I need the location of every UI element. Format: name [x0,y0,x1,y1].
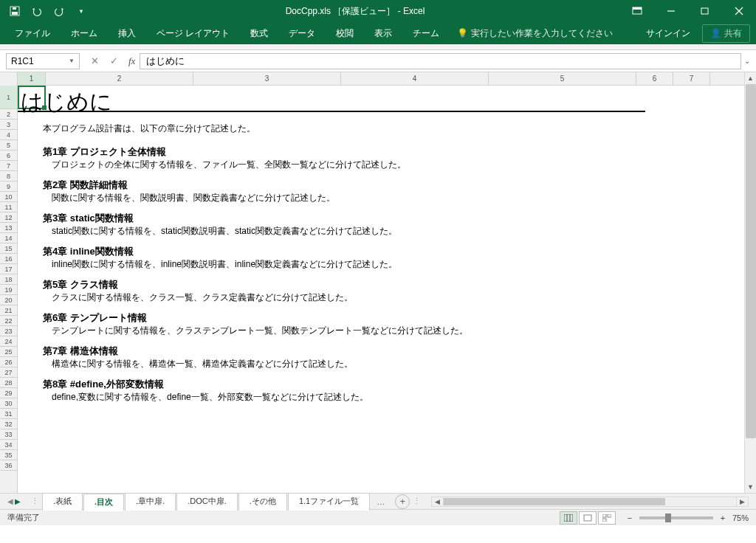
row-header[interactable]: 8 [0,171,17,181]
row-header[interactable]: 1 [0,86,17,109]
row-header[interactable]: 34 [0,440,17,450]
row-header[interactable]: 15 [0,243,17,254]
row-header[interactable]: 13 [0,223,17,233]
ribbon-display-icon[interactable] [620,0,654,22]
tab-team[interactable]: チーム [404,24,448,44]
row-header[interactable]: 21 [0,305,17,316]
row-header[interactable]: 18 [0,274,17,285]
column-header[interactable]: 4 [341,72,489,85]
row-header[interactable]: 7 [0,161,17,171]
column-header[interactable]: 7 [673,72,710,85]
signin-link[interactable]: サインイン [637,24,699,44]
tell-me-search[interactable]: 💡 実行したい作業を入力してください [451,27,619,40]
row-header[interactable]: 30 [0,398,17,409]
row-header[interactable]: 4 [0,130,17,140]
tab-pagelayout[interactable]: ページ レイアウト [148,24,238,44]
row-header[interactable]: 26 [0,357,17,367]
zoom-slider-knob[interactable] [665,513,671,522]
chapter-heading: 第1章 プロジェクト全体情報 [43,145,468,159]
formula-input[interactable]: はじめに [140,53,741,69]
row-header[interactable]: 16 [0,254,17,264]
scroll-right-icon[interactable]: ▶ [736,497,748,506]
row-header[interactable]: 24 [0,336,17,347]
row-header[interactable]: 9 [0,181,17,192]
vertical-scrollbar[interactable]: ▲ ▼ [744,72,756,493]
scroll-down-icon[interactable]: ▼ [745,481,756,493]
row-header[interactable]: 23 [0,326,17,336]
zoom-in-button[interactable]: + [718,513,728,522]
tab-data[interactable]: データ [280,24,324,44]
row-header[interactable]: 35 [0,450,17,460]
normal-view-button[interactable] [560,511,577,525]
scrollbar-thumb[interactable] [444,498,665,505]
sheet-tab[interactable]: .その他 [238,493,287,511]
row-header[interactable]: 17 [0,264,17,274]
cancel-formula-icon[interactable]: ✕ [87,54,102,69]
scroll-left-icon[interactable]: ◀ [432,497,444,506]
tab-insert[interactable]: 挿入 [109,24,145,44]
column-header[interactable]: 3 [193,72,341,85]
column-header[interactable]: 5 [489,72,636,85]
row-header[interactable]: 27 [0,367,17,378]
row-header[interactable]: 25 [0,347,17,357]
row-header[interactable]: 5 [0,140,17,151]
page-break-view-button[interactable] [598,511,616,525]
qat-customize-icon[interactable]: ▼ [72,2,90,20]
row-header[interactable]: 20 [0,295,17,305]
column-header[interactable]: 1 [18,72,46,85]
row-header[interactable]: 28 [0,378,17,388]
sheet-tab[interactable]: .章中扉. [125,493,176,511]
chapter-block: 第3章 static関数情報static関数に関する情報を、static関数説明… [43,212,468,238]
accept-formula-icon[interactable]: ✓ [106,54,121,69]
tab-view[interactable]: 表示 [365,24,401,44]
column-header[interactable]: 2 [46,72,193,85]
sheet-nav-prev-icon[interactable]: ◀ [7,497,13,505]
minimize-icon[interactable] [654,0,688,22]
row-header[interactable]: 3 [0,120,17,130]
row-header[interactable]: 33 [0,429,17,440]
row-header[interactable]: 6 [0,151,17,161]
name-box[interactable]: R1C1 ▼ [6,53,80,69]
fx-icon[interactable]: fx [128,55,135,67]
share-button[interactable]: 👤 共有 [702,24,750,43]
row-header[interactable]: 29 [0,388,17,398]
more-sheets-icon[interactable]: … [371,497,391,506]
save-icon[interactable] [6,2,24,20]
tab-review[interactable]: 校閲 [327,24,362,44]
sheet-tab[interactable]: .DOC中扉. [176,493,238,511]
redo-icon[interactable] [50,2,68,20]
row-header[interactable]: 22 [0,316,17,326]
tab-formulas[interactable]: 数式 [241,24,277,44]
page-layout-view-button[interactable] [579,511,597,525]
scrollbar-thumb[interactable] [746,84,756,438]
row-header[interactable]: 36 [0,460,17,471]
row-header[interactable]: 32 [0,419,17,429]
chapter-desc: static関数に関する情報を、static関数説明書、static関数定義書な… [43,225,468,238]
expand-formula-icon[interactable]: ⌄ [741,57,753,65]
tab-home[interactable]: ホーム [62,24,106,44]
tab-file[interactable]: ファイル [6,24,59,44]
row-header[interactable]: 31 [0,409,17,419]
row-header[interactable]: 10 [0,192,17,202]
maximize-icon[interactable] [688,0,722,22]
row-header[interactable]: 19 [0,285,17,295]
row-header[interactable]: 14 [0,233,17,243]
chevron-down-icon[interactable]: ▼ [69,58,75,64]
column-header[interactable]: 6 [636,72,673,85]
close-icon[interactable] [722,0,756,22]
zoom-out-button[interactable]: − [625,513,635,522]
zoom-slider[interactable] [639,516,713,519]
undo-icon[interactable] [28,2,46,20]
sheet-tab[interactable]: 1.1ファイル一覧 [288,493,370,511]
add-sheet-button[interactable]: + [395,494,410,509]
row-header[interactable]: 2 [0,109,17,120]
sheet-tab[interactable]: .表紙 [42,493,83,511]
horizontal-scrollbar[interactable]: ◀ ▶ [431,497,749,507]
svg-rect-1 [12,12,18,15]
sheet-tab[interactable]: .目次 [83,494,124,511]
scroll-up-icon[interactable]: ▲ [745,72,756,84]
cell-grid[interactable]: はじめに 本プログラム設計書は、以下の章に分けて記述した。 第1章 プロジェクト… [18,86,744,493]
row-header[interactable]: 11 [0,202,17,212]
row-header[interactable]: 12 [0,212,17,223]
sheet-nav-next-icon[interactable]: ▶ [15,497,21,505]
